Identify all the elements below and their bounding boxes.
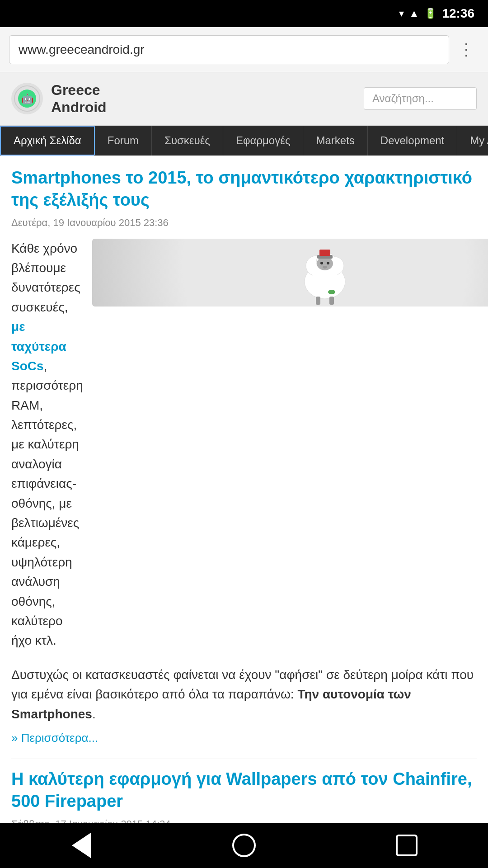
svg-rect-15 [329,297,334,305]
svg-rect-10 [319,250,330,256]
website-content: 🤖 GreeceAndroid Αναζήτηση... Αρχική Σελί… [0,72,488,868]
nav-item-apps[interactable]: Εφαρμογές [223,126,304,156]
article-1-read-more[interactable]: » Περισσότερα... [11,731,477,745]
nav-label-apps: Εφαρμογές [236,134,291,147]
article-1-text: Κάθε χρόνο βλέπουμε δυνατότερες συσκευές… [11,239,83,658]
signal-icon: ▲ [409,8,419,19]
site-header: 🤖 GreeceAndroid Αναζήτηση... [0,72,488,126]
article-1: Smartphones το 2015, το σημαντικότερο χα… [11,167,477,745]
wifi-icon: ▾ [399,8,404,19]
browser-menu-button[interactable]: ⋮ [454,40,479,59]
url-text[interactable]: www.greeceandroid.gr [19,42,440,57]
search-placeholder: Αναζήτηση... [372,92,434,104]
main-content: Smartphones το 2015, το σημαντικότερο χα… [0,156,488,868]
article-2-title[interactable]: Η καλύτερη εφαρμογή για Wallpapers από τ… [11,768,477,813]
home-circle-icon [232,834,256,857]
article-1-text-1: Κάθε χρόνο βλέπουμε δυνατότερες συσκευές… [11,241,80,314]
logo-area: 🤖 GreeceAndroid [11,81,107,116]
nav-label-myapps: My Apps [470,134,488,147]
recents-square-icon [396,835,418,856]
nav-bar: Αρχική Σελίδα Forum Συσκευές Εφαρμογές M… [0,126,488,156]
article-1-body-1: Κάθε χρόνο βλέπουμε δυνατότερες συσκευές… [11,239,83,651]
article-1-text-4: . [92,707,96,721]
nav-item-home[interactable]: Αρχική Σελίδα [0,126,95,156]
article-1-body-with-image: Κάθε χρόνο βλέπουμε δυνατότερες συσκευές… [11,239,477,658]
back-button[interactable] [63,827,99,863]
svg-point-11 [320,262,323,264]
nav-item-devices[interactable]: Συσκευές [152,126,223,156]
nav-item-markets[interactable]: Markets [303,126,367,156]
svg-point-13 [323,266,327,269]
battery-icon: 🔋 [424,8,436,19]
site-logo-icon: 🤖 [11,83,43,114]
url-input-container[interactable]: www.greeceandroid.gr [9,35,449,64]
svg-text:🤖: 🤖 [21,93,34,105]
status-icons: ▾ ▲ 🔋 12:36 [399,6,474,21]
bottom-nav [0,823,488,868]
back-arrow-icon [72,833,91,858]
article-1-title[interactable]: Smartphones το 2015, το σημαντικότερο χα… [11,167,477,212]
nav-label-forum: Forum [108,134,139,147]
article-1-text-2: , περισσότερη RAM, λεπτότερες, με καλύτε… [11,359,83,647]
address-bar: www.greeceandroid.gr ⋮ [0,27,488,72]
article-1-body-2: Δυστυχώς οι κατασκευαστές φαίνεται να έχ… [11,665,477,724]
site-search-input[interactable]: Αναζήτηση... [364,87,477,110]
article-1-image [92,239,488,307]
svg-point-12 [327,262,329,264]
article-1-date: Δευτέρα, 19 Ιανουαρίου 2015 23:36 [11,217,477,229]
nav-item-dev[interactable]: Development [368,126,457,156]
nav-label-home: Αρχική Σελίδα [14,134,81,147]
article-divider [11,759,477,759]
svg-rect-14 [316,297,320,305]
clock: 12:36 [442,6,474,21]
nav-label-devices: Συσκευές [164,134,210,147]
nav-item-myapps[interactable]: My Apps [457,126,488,156]
home-button[interactable] [226,827,262,863]
site-logo-text: GreeceAndroid [51,81,107,116]
nav-label-dev: Development [380,134,444,147]
article-1-link-1[interactable]: με ταχύτερα SoCs [11,320,66,373]
status-bar: ▾ ▲ 🔋 12:36 [0,0,488,27]
recents-button[interactable] [389,827,425,863]
svg-point-16 [328,290,335,294]
nav-item-forum[interactable]: Forum [95,126,152,156]
nav-label-markets: Markets [316,134,354,147]
